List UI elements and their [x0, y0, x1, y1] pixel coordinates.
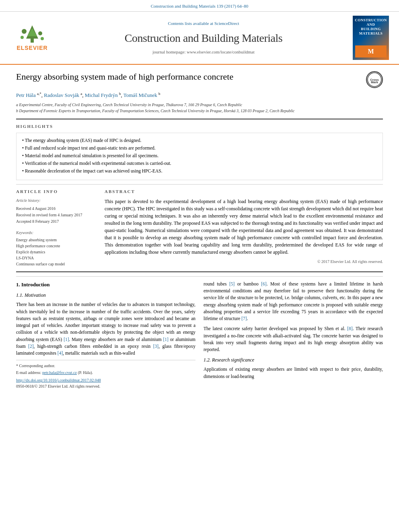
- main-content: Energy absorbing system made of high per…: [0, 65, 399, 396]
- email-person: (P. Hála).: [78, 370, 93, 375]
- highlights-section: HIGHLIGHTS • The energy absorbing system…: [16, 123, 383, 180]
- article-info-label: ARTICLE INFO: [16, 189, 97, 195]
- author-frydryn[interactable]: Michal Frydrýn: [85, 92, 118, 99]
- corresponding-note: * Corresponding author.: [16, 363, 195, 369]
- svg-rect-0: [31, 39, 34, 43]
- sciencedirect-link[interactable]: ScienceDirect: [214, 21, 239, 26]
- article-info-col: ARTICLE INFO Article history: Received 4…: [16, 189, 97, 267]
- intro-para-right-2: The latest concrete safety barrier devel…: [204, 325, 383, 353]
- email-link[interactable]: petr.hala@fsv.cvut.cz: [42, 370, 77, 375]
- svg-point-4: [38, 31, 42, 35]
- body-content: 1. Introduction 1.1. Motivation There ha…: [16, 276, 383, 390]
- keyword-1: Energy absorbing system: [16, 237, 97, 243]
- elsevier-logo-container: ELSEVIER: [12, 23, 52, 52]
- subsection2-heading: 1.2. Research significance: [204, 356, 383, 364]
- keyword-3: Explicit dynamics: [16, 249, 97, 255]
- highlights-box: • The energy absorbing system (EAS) made…: [16, 133, 383, 180]
- header-right: Construction and Building MATERIALS M: [351, 16, 391, 60]
- affiliations: a Experimental Centre, Faculty of Civil …: [16, 102, 383, 114]
- title-row: Energy absorbing system made of high per…: [16, 71, 383, 88]
- journal-ref: Construction and Building Materials 139 …: [151, 4, 249, 8]
- journal-homepage: journal homepage: www.elsevier.com/locat…: [152, 49, 254, 55]
- intro-para-1: There has been an increase in the number…: [16, 301, 195, 357]
- subsection1-heading: 1.1. Motivation: [16, 292, 195, 299]
- article-title: Energy absorbing system made of high per…: [16, 71, 362, 83]
- ref-1-link[interactable]: [1]: [64, 337, 69, 342]
- cover-title: Construction and Building MATERIALS: [355, 18, 387, 35]
- journal-title: Construction and Building Materials: [125, 30, 282, 46]
- crossmark-icon[interactable]: Cross Mark: [366, 71, 383, 88]
- ref-4-link[interactable]: [4]: [58, 351, 63, 355]
- accepted-date: Accepted 8 February 2017: [16, 219, 97, 224]
- keywords-section: Keywords: Energy absorbing system High p…: [16, 230, 97, 267]
- article-history-label: Article history:: [16, 198, 97, 203]
- crossmark-container[interactable]: Cross Mark: [366, 71, 383, 88]
- keyword-2: High performance concrete: [16, 243, 97, 249]
- author-hala[interactable]: Petr Hála: [16, 92, 36, 99]
- ref-1b-link[interactable]: [1]: [163, 337, 168, 342]
- cover-red-bar: M: [355, 45, 387, 58]
- sciencedirect-line: Contents lists available at ScienceDirec…: [168, 21, 239, 27]
- author-micunek[interactable]: Tomáš Mičunek: [123, 92, 157, 99]
- svg-point-5: [21, 36, 24, 39]
- received-date: Received 4 August 2016: [16, 206, 97, 212]
- highlight-5: • Reasonable deceleration of the impact …: [22, 168, 377, 174]
- svg-point-6: [41, 37, 44, 40]
- copyright: © 2017 Elsevier Ltd. All rights reserved…: [105, 259, 383, 265]
- svg-text:Mark: Mark: [371, 80, 378, 84]
- ref-3-link[interactable]: [3]: [153, 344, 158, 349]
- elsevier-tree-icon: [16, 23, 48, 43]
- section1-heading: 1. Introduction: [16, 281, 195, 289]
- highlight-1: • The energy absorbing system (EAS) made…: [22, 137, 377, 144]
- affiliation-b: b Department of Forensic Experts in Tran…: [16, 108, 383, 114]
- author-sovják[interactable]: Radoslav Sovják: [44, 92, 79, 99]
- ref-7-link[interactable]: [7]: [241, 316, 247, 321]
- issn-text: 0950-0618/© 2017 Elsevier Ltd. All right…: [16, 383, 195, 389]
- highlights-label: HIGHLIGHTS: [16, 123, 383, 129]
- info-abstract-row: ARTICLE INFO Article history: Received 4…: [16, 189, 383, 267]
- keywords-label: Keywords:: [16, 230, 97, 236]
- abstract-col: ABSTRACT This paper is devoted to the ex…: [105, 189, 383, 267]
- ref-6-link[interactable]: [6]: [261, 281, 266, 286]
- keyword-5: Continuous surface cap model: [16, 261, 97, 267]
- highlight-2: • Full and reduced scale impact test and…: [22, 145, 377, 151]
- ref-5-link[interactable]: [5]: [229, 281, 234, 286]
- footer-links: http://dx.doi.org/10.1016/j.conbuildmat.…: [16, 377, 195, 383]
- divider-3: [16, 271, 383, 272]
- body-col-right: round tubes [5] or bamboo [6]. Most of t…: [204, 281, 383, 390]
- intro-para-right-1: round tubes [5] or bamboo [6]. Most of t…: [204, 281, 383, 322]
- svg-point-3: [22, 29, 27, 34]
- body-two-col: 1. Introduction 1.1. Motivation There ha…: [16, 281, 383, 390]
- email-line: E-mail address: petr.hala@fsv.cvut.cz (P…: [16, 370, 195, 376]
- crossmark-svg: Cross Mark: [367, 72, 382, 88]
- body-col-left: 1. Introduction 1.1. Motivation There ha…: [16, 281, 195, 390]
- highlight-4: • Verification of the numerical model wi…: [22, 160, 377, 166]
- abstract-text: This paper is devoted to the experimenta…: [105, 198, 383, 256]
- received-revised: Received in revised form 4 January 2017: [16, 212, 97, 218]
- header-center: Contents lists available at ScienceDirec…: [60, 16, 347, 60]
- highlight-3: • Material model and numerical simulatio…: [22, 152, 377, 159]
- header-section: ELSEVIER Contents lists available at Sci…: [0, 12, 399, 65]
- page-container: Construction and Building Materials 139 …: [0, 0, 399, 396]
- intro-para-right-3: Applications of existing energy absorber…: [204, 366, 383, 380]
- affiliation-a: a Experimental Centre, Faculty of Civil …: [16, 102, 383, 108]
- footer-section: * Corresponding author. E-mail address: …: [16, 360, 195, 389]
- email-label: E-mail address:: [16, 370, 41, 375]
- divider-2: [16, 184, 383, 185]
- authors-line: Petr Hála a,*, Radoslav Sovják a, Michal…: [16, 91, 383, 99]
- journal-cover-image: Construction and Building MATERIALS M: [353, 16, 389, 60]
- ref-2-link[interactable]: [2]: [28, 344, 33, 349]
- keyword-4: LS-DYNA: [16, 255, 97, 261]
- svg-marker-2: [27, 28, 37, 36]
- header-left: ELSEVIER: [8, 16, 56, 60]
- top-bar: Construction and Building Materials 139 …: [0, 0, 399, 12]
- ref-8-link[interactable]: [8]: [347, 326, 352, 331]
- abstract-label: ABSTRACT: [105, 189, 383, 195]
- elsevier-wordmark: ELSEVIER: [16, 44, 47, 52]
- doi-link[interactable]: http://dx.doi.org/10.1016/j.conbuildmat.…: [16, 377, 101, 383]
- divider-1: [16, 119, 383, 119]
